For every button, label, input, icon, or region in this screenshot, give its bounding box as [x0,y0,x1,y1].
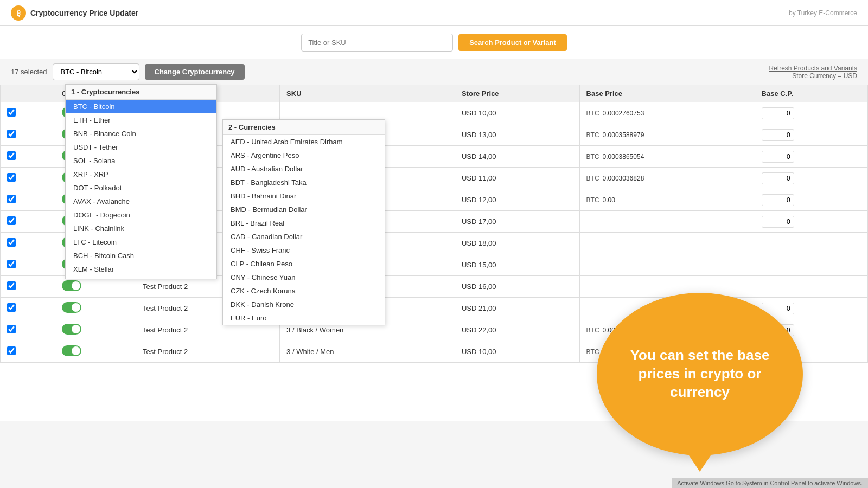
row-checkbox-cell[interactable] [1,124,55,146]
row-base-price: BTC0.0003588979 [579,124,755,146]
row-toggle-cell[interactable] [55,341,136,363]
currency-dropdown[interactable]: 2 - Currencies AED - United Arab Emirate… [222,119,385,325]
row-checkbox-cell[interactable] [1,319,55,341]
currency-dropdown-item[interactable]: BDT - Bangladeshi Taka [223,176,385,189]
base-currency-label: BTC [586,131,599,139]
crypto-dropdown-item[interactable]: BNB - Binance Coin [66,127,216,140]
row-checkbox[interactable] [7,303,16,312]
crypto-dropdown-item[interactable]: ETC - Ethereum Classic [66,276,216,279]
row-checkbox-cell[interactable] [1,168,55,189]
currency-dropdown-item[interactable]: BRL - Brazil Real [223,216,385,230]
currency-dropdown-item[interactable]: AUD - Australian Dollar [223,162,385,176]
base-cp-input[interactable] [762,129,794,141]
row-base-cp[interactable] [755,168,867,189]
row-store-price: USD 18,00 [455,233,579,254]
row-base-cp[interactable] [755,276,867,298]
crypto-dropdown-item[interactable]: BTC - Bitcoin [66,100,216,113]
search-bar: Search Product or Variant [0,26,868,59]
currency-dropdown-item[interactable]: AED - United Arab Emirates Dirham [223,135,385,149]
currency-dropdown-item[interactable]: BMD - Bermudian Dollar [223,203,385,216]
row-checkbox[interactable] [7,346,16,355]
crypto-dropdown-item[interactable]: ETH - Ether [66,113,216,127]
change-cryptocurrency-button[interactable]: Change Cryptocurrency [145,64,245,80]
currency-dropdown-item[interactable]: CLP - Chilean Peso [223,257,385,271]
row-checkbox[interactable] [7,325,16,333]
base-value: 0.0003865054 [603,153,644,160]
currency-dropdown-item[interactable]: CZK - Czech Koruna [223,284,385,298]
base-cp-input[interactable] [762,216,794,228]
currency-dropdown-item[interactable]: DKK - Danish Krone [223,298,385,311]
currency-dropdown-item[interactable]: GBP - British Pound Sterling [223,325,385,325]
currency-dropdown-item[interactable]: BHD - Bahraini Dinar [223,189,385,203]
row-base-cp[interactable] [755,189,867,211]
row-toggle[interactable] [62,345,81,356]
header-sku: SKU [280,85,455,102]
row-base-cp[interactable] [755,102,867,124]
crypto-select[interactable]: BTC - Bitcoin [53,63,139,80]
row-checkbox-cell[interactable] [1,233,55,254]
row-store-price: USD 15,00 [455,254,579,276]
row-checkbox-cell[interactable] [1,102,55,124]
row-toggle-cell[interactable] [55,319,136,341]
top-bar: ₿ Cryptocurrency Price Updater by Turkey… [0,0,868,26]
crypto-dropdown-item[interactable]: AVAX - Avalanche [66,195,216,208]
currency-dropdown-item[interactable]: EUR - Euro [223,311,385,325]
row-checkbox-cell[interactable] [1,211,55,233]
row-checkbox-cell[interactable] [1,146,55,168]
row-checkbox[interactable] [7,130,16,138]
row-base-price: BTC0.0002760753 [579,102,755,124]
base-cp-input[interactable] [762,172,794,184]
currency-dropdown-item[interactable]: CNY - Chinese Yuan [223,271,385,284]
crypto-dropdown-item[interactable]: USDT - Tether [66,140,216,154]
crypto-dropdown-item[interactable]: BCH - Bitcoin Cash [66,249,216,262]
currency-dropdown-item[interactable]: CAD - Canadian Dollar [223,230,385,243]
row-toggle[interactable] [62,324,81,335]
crypto-dropdown-item[interactable]: LTC - Litecoin [66,235,216,249]
app-title: Cryptocurrency Price Updater [30,9,138,17]
header-store-price: Store Price [455,85,579,102]
row-checkbox-cell[interactable] [1,189,55,211]
base-cp-input[interactable] [762,194,794,206]
currency-dropdown-item[interactable]: CHF - Swiss Franc [223,243,385,257]
row-checkbox-cell[interactable] [1,341,55,363]
row-checkbox-cell[interactable] [1,298,55,319]
row-store-price: USD 17,00 [455,211,579,233]
row-base-cp[interactable] [755,233,867,254]
refresh-link[interactable]: Refresh Products and Variants [769,65,857,72]
row-checkbox[interactable] [7,216,16,225]
row-store-price: USD 14,00 [455,146,579,168]
row-checkbox[interactable] [7,260,16,268]
search-input[interactable] [301,34,453,52]
base-currency-label: BTC [586,175,599,182]
row-toggle-cell[interactable] [55,298,136,319]
crypto-dropdown-item[interactable]: XRP - XRP [66,168,216,181]
row-base-cp[interactable] [755,211,867,233]
search-button[interactable]: Search Product or Variant [458,34,567,51]
crypto-dropdown[interactable]: 1 - Cryptocurrencies BTC - BitcoinETH - … [65,84,217,279]
crypto-dropdown-item[interactable]: DOGE - Dogecoin [66,208,216,222]
row-base-cp[interactable] [755,254,867,276]
row-checkbox[interactable] [7,281,16,290]
row-checkbox[interactable] [7,151,16,160]
base-currency-label: BTC [586,110,599,117]
row-checkbox[interactable] [7,173,16,182]
base-cp-input[interactable] [762,107,794,119]
row-base-cp[interactable] [755,124,867,146]
row-store-price: USD 22,00 [455,319,579,341]
row-checkbox-cell[interactable] [1,276,55,298]
row-toggle[interactable] [62,302,81,313]
row-checkbox[interactable] [7,108,16,117]
crypto-dropdown-item[interactable]: XLM - Stellar [66,262,216,276]
row-base-cp[interactable] [755,146,867,168]
row-toggle[interactable] [62,280,81,291]
crypto-dropdown-item[interactable]: DOT - Polkadot [66,181,216,195]
crypto-dropdown-item[interactable]: SOL - Solana [66,154,216,168]
crypto-dropdown-item[interactable]: LINK - Chainlink [66,222,216,235]
row-checkbox-cell[interactable] [1,254,55,276]
row-checkbox[interactable] [7,238,16,247]
base-cp-input[interactable] [762,151,794,163]
currency-dropdown-item[interactable]: ARS - Argentine Peso [223,149,385,162]
row-base-price [579,211,755,233]
app-icon: ₿ [11,5,26,21]
row-checkbox[interactable] [7,195,16,203]
